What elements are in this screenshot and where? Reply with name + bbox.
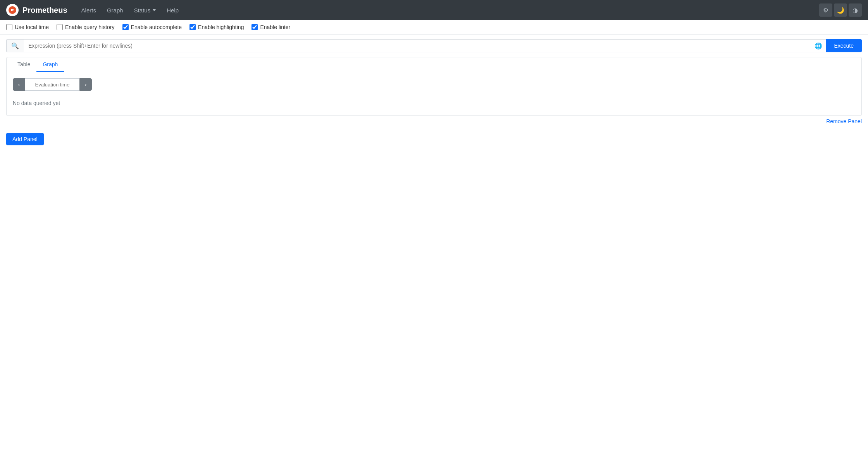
eval-time-row: ‹ › [13,78,855,91]
use-local-time-label[interactable]: Use local time [6,24,49,30]
expression-input[interactable] [24,39,811,52]
chevron-left-icon: ‹ [18,81,20,88]
tab-graph[interactable]: Graph [36,57,64,72]
use-local-time-text: Use local time [15,24,49,30]
navbar-brand[interactable]: Prometheus [6,4,67,16]
navbar-right: ⚙ 🌙 ◑ [819,3,862,17]
enable-autocomplete-text: Enable autocomplete [131,24,182,30]
search-bar: 🔍 🌐 Execute [6,39,862,52]
enable-linter-label[interactable]: Enable linter [251,24,290,30]
enable-linter-text: Enable linter [260,24,290,30]
remove-panel-link[interactable]: Remove Panel [826,118,862,124]
execute-button[interactable]: Execute [826,39,862,52]
brand-name: Prometheus [22,6,67,15]
svg-rect-1 [11,9,12,11]
moon-icon: 🌙 [837,7,844,14]
nav-alerts[interactable]: Alerts [77,4,101,17]
panel-body: ‹ › No data queried yet [7,72,861,115]
navbar: Prometheus Alerts Graph Status Help ⚙ 🌙 … [0,0,868,20]
chevron-right-icon: › [85,81,87,88]
contrast-icon: ◑ [852,7,858,14]
contrast-button[interactable]: ◑ [849,3,862,17]
add-panel-button[interactable]: Add Panel [6,133,44,145]
globe-icon: 🌐 [815,42,822,50]
enable-query-history-checkbox[interactable] [57,24,63,30]
enable-highlighting-checkbox[interactable] [189,24,196,30]
enable-linter-checkbox[interactable] [251,24,258,30]
enable-highlighting-text: Enable highlighting [198,24,244,30]
no-data-message: No data queried yet [13,97,855,109]
nav-help[interactable]: Help [162,4,183,17]
prometheus-logo [6,4,19,16]
metrics-explorer-button[interactable]: 🌐 [811,39,826,52]
eval-time-input[interactable] [25,78,79,91]
gear-icon: ⚙ [823,7,828,14]
use-local-time-checkbox[interactable] [6,24,12,30]
eval-time-prev-button[interactable]: ‹ [13,78,25,91]
nav-status[interactable]: Status [129,4,161,17]
nav-graph[interactable]: Graph [102,4,128,17]
theme-moon-button[interactable]: 🌙 [834,3,847,17]
search-icon: 🔍 [11,42,19,50]
tab-table[interactable]: Table [11,57,36,72]
search-icon-button[interactable]: 🔍 [6,39,24,52]
navbar-nav: Alerts Graph Status Help [77,4,183,17]
navbar-left: Prometheus Alerts Graph Status Help [6,4,183,17]
eval-time-next-button[interactable]: › [79,78,92,91]
query-panel: Table Graph ‹ › No data queried yet [6,57,862,116]
enable-autocomplete-checkbox[interactable] [122,24,129,30]
enable-autocomplete-label[interactable]: Enable autocomplete [122,24,182,30]
enable-query-history-label[interactable]: Enable query history [57,24,115,30]
enable-highlighting-label[interactable]: Enable highlighting [189,24,244,30]
panel-tabs: Table Graph [7,57,861,72]
status-dropdown-caret [153,9,156,11]
enable-query-history-text: Enable query history [65,24,115,30]
panel-footer: Remove Panel [0,116,868,127]
settings-button[interactable]: ⚙ [819,3,832,17]
toolbar: Use local time Enable query history Enab… [0,20,868,34]
